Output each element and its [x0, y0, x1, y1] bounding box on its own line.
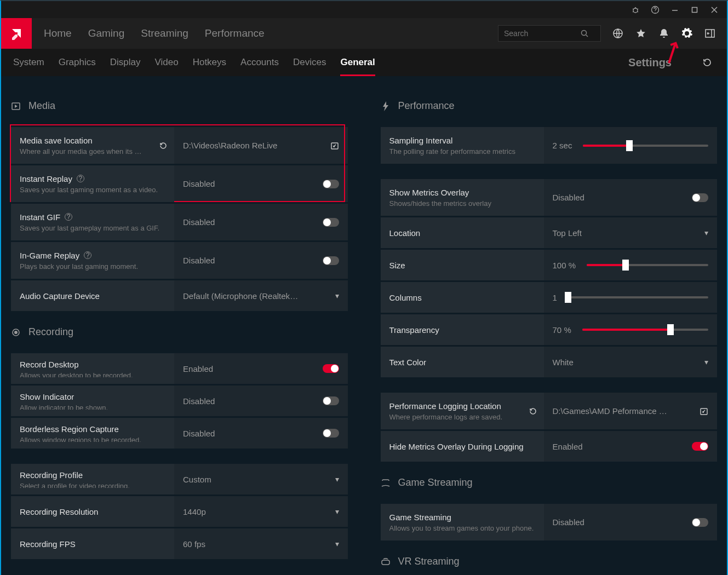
nav-gaming[interactable]: Gaming: [88, 27, 125, 39]
play-icon: [11, 101, 21, 111]
media-header: Media: [11, 100, 348, 112]
help-icon[interactable]: ?: [77, 175, 84, 182]
tab-general[interactable]: General: [340, 57, 375, 76]
text-color-select[interactable]: White ▾: [544, 347, 717, 377]
tab-accounts[interactable]: Accounts: [240, 57, 279, 68]
sub-nav: System Graphics Display Video Hotkeys Ac…: [1, 49, 727, 76]
tab-devices[interactable]: Devices: [293, 57, 326, 68]
show-indicator-toggle[interactable]: [323, 396, 339, 405]
help-icon[interactable]: ?: [65, 213, 72, 221]
game-streaming-header: Game Streaming: [381, 477, 718, 488]
fps-select[interactable]: 60 fps ▾: [174, 528, 347, 559]
star-icon[interactable]: [635, 27, 647, 39]
recording-header-label: Recording: [28, 326, 73, 338]
topbar: Home Gaming Streaming Performance: [1, 18, 727, 49]
record-desktop-title: Record Desktop: [20, 360, 165, 369]
resolution-select[interactable]: 1440p ▾: [174, 496, 347, 527]
media-save-desc: Where all your media goes when its …: [20, 147, 165, 156]
reset-icon[interactable]: [686, 58, 715, 67]
overlay-toggle[interactable]: [692, 193, 708, 202]
gear-icon[interactable]: [681, 27, 693, 39]
tab-video[interactable]: Video: [154, 57, 178, 68]
game-streaming-header-label: Game Streaming: [398, 477, 473, 488]
help-icon[interactable]: [650, 5, 660, 15]
chevron-down-icon: ▾: [335, 475, 339, 484]
row-transparency: Transparency 70 %: [381, 314, 718, 345]
size-value: 100 %: [553, 261, 576, 270]
audio-capture-select[interactable]: Default (Microphone (Realtek(R) … ▾: [174, 280, 347, 311]
bell-icon[interactable]: [658, 27, 670, 39]
search-input[interactable]: [504, 29, 581, 38]
transparency-slider[interactable]: [582, 329, 708, 331]
columns-slider[interactable]: [568, 296, 708, 298]
hide-overlay-toggle[interactable]: [692, 442, 708, 451]
close-icon[interactable]: [709, 5, 719, 15]
svg-line-7: [586, 35, 588, 37]
ingame-replay-toggle[interactable]: [323, 256, 339, 265]
titlebar: [1, 1, 727, 18]
columns-title: Columns: [389, 293, 535, 302]
recording-header: Recording: [11, 326, 348, 338]
search-box[interactable]: [498, 25, 601, 42]
ingame-replay-value: Disabled: [183, 256, 215, 265]
record-desktop-toggle[interactable]: [323, 364, 339, 373]
svg-rect-3: [692, 7, 697, 12]
borderless-toggle[interactable]: [323, 429, 339, 438]
size-slider[interactable]: [587, 264, 708, 266]
nav-streaming[interactable]: Streaming: [141, 27, 188, 39]
instant-replay-toggle[interactable]: [323, 180, 339, 188]
minimize-icon[interactable]: [670, 5, 680, 15]
settings-annotation: Settings: [628, 56, 672, 69]
row-log-location: Performance Logging Location Where perfo…: [381, 393, 718, 429]
instant-gif-toggle[interactable]: [323, 218, 339, 227]
amd-logo[interactable]: [1, 18, 32, 49]
row-size: Size 100 %: [381, 250, 718, 280]
search-icon: [581, 30, 588, 37]
ingame-replay-title: In-Game Replay: [20, 251, 79, 260]
borderless-desc: Allows window regions to be recorded.: [20, 436, 165, 442]
transparency-value: 70 %: [553, 325, 571, 335]
size-title: Size: [389, 261, 535, 270]
main-nav: Home Gaming Streaming Performance: [44, 27, 265, 39]
undo-icon[interactable]: [159, 141, 168, 150]
nav-performance[interactable]: Performance: [205, 27, 265, 39]
tab-system[interactable]: System: [13, 57, 44, 68]
profile-select[interactable]: Custom ▾: [174, 464, 347, 495]
browse-icon[interactable]: [700, 407, 708, 416]
tab-display[interactable]: Display: [110, 57, 141, 68]
bug-icon[interactable]: [630, 5, 640, 15]
pane-icon[interactable]: [704, 27, 716, 39]
log-location-title: Performance Logging Location: [389, 401, 535, 411]
media-header-label: Media: [28, 100, 55, 112]
row-show-indicator: Show Indicator Allow indicator to be sho…: [11, 386, 348, 416]
game-streaming-title: Game Streaming: [389, 513, 535, 522]
location-select[interactable]: Top Left ▾: [544, 217, 717, 248]
tab-graphics[interactable]: Graphics: [59, 57, 96, 68]
globe-icon[interactable]: [612, 27, 624, 39]
row-show-metrics-overlay: Show Metrics Overlay Shows/hides the met…: [381, 179, 718, 216]
row-instant-gif: Instant GIF ? Saves your last gameplay m…: [11, 204, 348, 240]
instant-gif-title: Instant GIF: [20, 212, 60, 222]
vr-icon: [381, 557, 391, 567]
log-location-value: D:\Games\AMD Peformance Loggi…: [553, 406, 669, 416]
row-borderless: Borderless Region Capture Allows window …: [11, 418, 348, 449]
browse-icon[interactable]: [330, 141, 339, 150]
location-value: Top Left: [553, 228, 582, 238]
media-save-value: D:\Videos\Radeon ReLive: [183, 141, 277, 150]
ingame-replay-desc: Plays back your last gaming moment.: [20, 262, 165, 271]
nav-home[interactable]: Home: [44, 27, 72, 39]
show-indicator-desc: Allow indicator to be shown.: [20, 404, 165, 410]
undo-icon[interactable]: [529, 407, 537, 416]
right-column: Performance Sampling Interval The pollin…: [381, 98, 718, 575]
vr-header: VR Streaming: [381, 556, 718, 567]
profile-title: Recording Profile: [20, 470, 165, 480]
audio-capture-value: Default (Microphone (Realtek(R) …: [183, 291, 300, 301]
transparency-title: Transparency: [389, 325, 535, 335]
svg-rect-16: [382, 560, 389, 565]
help-icon[interactable]: ?: [84, 251, 91, 259]
game-streaming-toggle[interactable]: [692, 518, 708, 527]
instant-replay-desc: Saves your last gaming moment as a video…: [20, 186, 165, 194]
tab-hotkeys[interactable]: Hotkeys: [193, 57, 226, 68]
sampling-slider[interactable]: [583, 145, 708, 147]
maximize-icon[interactable]: [690, 5, 700, 15]
